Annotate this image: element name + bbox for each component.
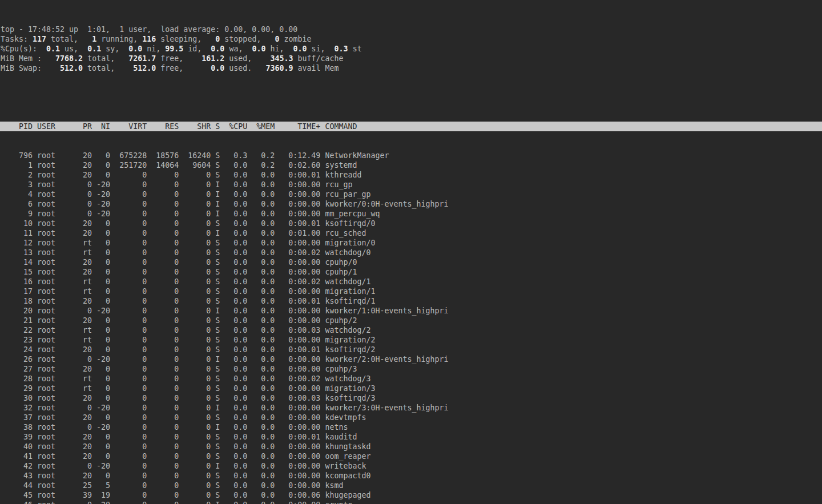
process-row-pid-46: 46 root 0 -20 0 0 0 I 0.0 0.0 0:00.00 cr… [0,500,822,504]
process-row-pid-14: 14 root 20 0 0 0 0 S 0.0 0.0 0:00.00 cpu… [0,257,822,267]
process-row-pid-24: 24 root 20 0 0 0 0 S 0.0 0.0 0:00.01 kso… [0,345,822,354]
summary-value: 0.1 [46,45,60,53]
summary-label: running, [96,35,142,43]
summary-label: buff/cache [293,54,343,63]
summary-value: 7360.9 [265,64,293,72]
process-row-pid-3: 3 root 0 -20 0 0 0 I 0.0 0.0 0:00.00 rcu… [0,180,822,189]
process-row-pid-16: 16 root rt 0 0 0 0 S 0.0 0.0 0:00.02 wat… [0,277,822,287]
blank-line [0,92,822,102]
summary-value: 0.0 [252,45,265,53]
process-row-pid-11: 11 root 20 0 0 0 0 I 0.0 0.0 0:01.00 rcu… [0,228,822,238]
summary-label: %Cpu(s): [1,45,46,53]
process-row-pid-26: 26 root 0 -20 0 0 0 I 0.0 0.0 0:00.00 kw… [0,354,822,364]
summary-value: 0.0 [211,64,224,72]
process-row-pid-45: 45 root 39 19 0 0 0 S 0.0 0.0 0:00.06 kh… [0,490,822,500]
summary-label: total, [46,35,92,43]
process-row-pid-13: 13 root rt 0 0 0 0 S 0.0 0.0 0:00.02 wat… [0,248,822,257]
summary-value: 0.0 [293,45,307,53]
summary-label: si, [307,45,335,53]
terminal-screen[interactable]: top - 17:48:52 up 1:01, 1 user, load ave… [0,0,822,504]
process-row-pid-18: 18 root 20 0 0 0 0 S 0.0 0.0 0:00.01 kso… [0,296,822,306]
summary-label: top - 17:48:52 up 1:01, 1 user, load ave… [1,25,297,34]
process-row-pid-38: 38 root 0 -20 0 0 0 I 0.0 0.0 0:00.00 ne… [0,422,822,432]
summary-label: free, [156,64,211,72]
summary-label: MiB Mem : [1,54,55,63]
summary-value: 512.0 [60,64,83,72]
process-row-pid-40: 40 root 20 0 0 0 0 S 0.0 0.0 0:00.00 khu… [0,442,822,451]
summary-label: sleeping, [156,35,215,43]
summary-value: 7261.7 [128,54,156,63]
summary-value: 0.1 [87,45,101,53]
summary-label: id, [183,45,211,53]
process-table-rows: 796 root 20 0 675228 18576 16240 S 0.3 0… [0,151,822,504]
summary-value: 116 [142,35,156,43]
cpu-line: %Cpu(s): 0.1 us, 0.1 sy, 0.0 ni, 99.5 id… [0,44,822,54]
summary-label: zombie [279,35,311,43]
process-row-pid-22: 22 root rt 0 0 0 0 S 0.0 0.0 0:00.03 wat… [0,325,822,335]
process-row-pid-37: 37 root 20 0 0 0 0 S 0.0 0.0 0:00.00 kde… [0,413,822,422]
process-row-pid-12: 12 root rt 0 0 0 0 S 0.0 0.0 0:00.00 mig… [0,238,822,248]
process-row-pid-28: 28 root rt 0 0 0 0 S 0.0 0.0 0:00.02 wat… [0,374,822,384]
summary-label: MiB Swap: [1,64,60,72]
process-row-pid-44: 44 root 25 5 0 0 0 S 0.0 0.0 0:00.00 ksm… [0,481,822,490]
summary-label: st [348,45,362,53]
process-row-pid-17: 17 root rt 0 0 0 0 S 0.0 0.0 0:00.00 mig… [0,287,822,296]
summary-label: total, [83,54,128,63]
summary-label: total, [83,64,133,72]
process-row-pid-32: 32 root 0 -20 0 0 0 I 0.0 0.0 0:00.00 kw… [0,403,822,413]
process-row-pid-27: 27 root 20 0 0 0 0 S 0.0 0.0 0:00.00 cpu… [0,364,822,374]
summary-value: 0.3 [335,45,348,53]
summary-label: free, [156,54,202,63]
uptime-line: top - 17:48:52 up 1:01, 1 user, load ave… [0,25,822,34]
process-row-pid-43: 43 root 20 0 0 0 0 S 0.0 0.0 0:00.00 kco… [0,471,822,481]
summary-label: Tasks: [1,35,33,43]
summary-label: hi, [265,45,293,53]
process-row-pid-41: 41 root 20 0 0 0 0 S 0.0 0.0 0:00.00 oom… [0,451,822,461]
process-row-pid-30: 30 root 20 0 0 0 0 S 0.0 0.0 0:00.03 kso… [0,393,822,403]
swap-line: MiB Swap: 512.0 total, 512.0 free, 0.0 u… [0,63,822,73]
process-row-pid-20: 20 root 0 -20 0 0 0 I 0.0 0.0 0:00.00 kw… [0,306,822,316]
process-row-pid-39: 39 root 20 0 0 0 0 S 0.0 0.0 0:00.01 kau… [0,432,822,442]
summary-value: 512.0 [133,64,156,72]
process-table-header: PID USER PR NI VIRT RES SHR S %CPU %MEM … [0,122,822,131]
summary-label: ni, [142,45,165,53]
summary-value: 7768.2 [55,54,83,63]
process-row-pid-9: 9 root 0 -20 0 0 0 I 0.0 0.0 0:00.00 mm_… [0,209,822,219]
summary-label: used, [224,54,270,63]
process-row-pid-4: 4 root 0 -20 0 0 0 I 0.0 0.0 0:00.00 rcu… [0,189,822,199]
summary-value: 0.0 [211,45,224,53]
summary-label: used. [224,64,265,72]
summary-value: 345.3 [270,54,293,63]
mem-line: MiB Mem : 7768.2 total, 7261.7 free, 161… [0,54,822,63]
process-row-pid-796: 796 root 20 0 675228 18576 16240 S 0.3 0… [0,151,822,160]
summary-label: wa, [224,45,252,53]
process-row-pid-2: 2 root 20 0 0 0 0 S 0.0 0.0 0:00.01 kthr… [0,170,822,180]
tasks-line: Tasks: 117 total, 1 running, 116 sleepin… [0,34,822,44]
process-row-pid-15: 15 root 20 0 0 0 0 S 0.0 0.0 0:00.00 cpu… [0,267,822,277]
summary-value: 161.2 [202,54,224,63]
summary-label: us, [60,45,87,53]
process-row-pid-1: 1 root 20 0 251720 14064 9604 S 0.0 0.2 … [0,160,822,170]
summary-label: avail Mem [293,64,339,72]
process-row-pid-10: 10 root 20 0 0 0 0 S 0.0 0.0 0:00.01 kso… [0,219,822,228]
process-row-pid-21: 21 root 20 0 0 0 0 S 0.0 0.0 0:00.00 cpu… [0,316,822,325]
summary-label: sy, [101,45,128,53]
process-row-pid-29: 29 root rt 0 0 0 0 S 0.0 0.0 0:00.00 mig… [0,384,822,393]
process-row-pid-42: 42 root 0 -20 0 0 0 I 0.0 0.0 0:00.00 wr… [0,461,822,471]
top-summary-area: top - 17:48:52 up 1:01, 1 user, load ave… [0,25,822,73]
summary-value: 117 [33,35,46,43]
summary-value: 1 [92,35,96,43]
summary-value: 99.5 [165,45,183,53]
process-row-pid-23: 23 root rt 0 0 0 0 S 0.0 0.0 0:00.00 mig… [0,335,822,345]
summary-value: 0.0 [128,45,142,53]
summary-label: stopped, [220,35,275,43]
process-row-pid-6: 6 root 0 -20 0 0 0 I 0.0 0.0 0:00.00 kwo… [0,199,822,209]
